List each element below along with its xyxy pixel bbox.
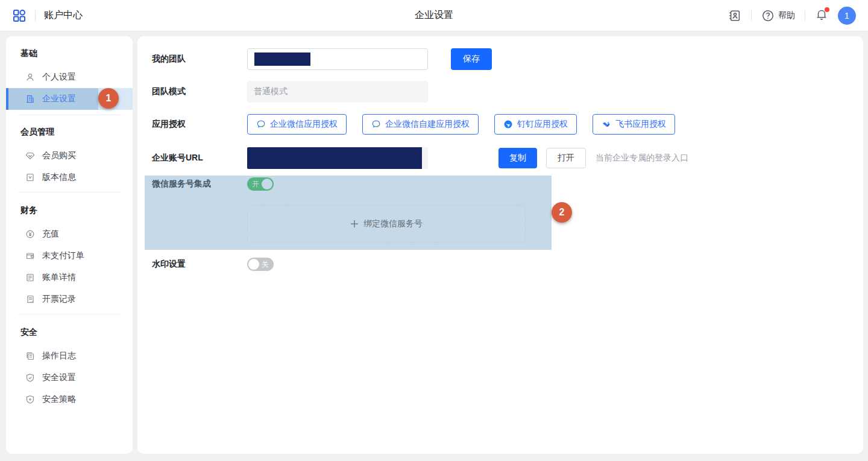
topbar: 账户中心 企业设置 帮助: [0, 0, 868, 31]
building-icon: [25, 94, 35, 104]
wechat-service-integration-row: 微信服务号集成 开: [152, 176, 274, 192]
sidebar-section-membership: 会员管理: [20, 127, 54, 138]
wecom-auth-button[interactable]: 企业微信应用授权: [247, 114, 347, 135]
sidebar-item-label: 会员购买: [42, 150, 76, 161]
wecom-auth-label: 企业微信应用授权: [270, 119, 338, 130]
sidebar-item-label: 企业设置: [42, 94, 76, 104]
watermark-toggle[interactable]: 关: [247, 258, 274, 271]
sidebar-section-basic: 基础: [20, 48, 37, 59]
sidebar-item-label: 个人设置: [42, 72, 76, 83]
feishu-icon: [602, 119, 611, 129]
shield-check-icon: [25, 373, 35, 383]
wecom-icon: [256, 119, 266, 129]
sidebar-section-finance: 财务: [20, 205, 37, 216]
wechat-service-label: 微信服务号集成: [152, 179, 247, 189]
sidebar-item-label: 安全设置: [42, 372, 76, 383]
sidebar-item-label: 账单详情: [42, 272, 76, 283]
team-name-row: 我的团队 保存: [152, 48, 849, 70]
dingtalk-auth-label: 钉钉应用授权: [517, 119, 568, 130]
team-mode-label: 团队模式: [152, 86, 247, 97]
topbar-divider: [805, 10, 805, 21]
sidebar-section-security: 安全: [20, 327, 37, 338]
sidebar-divider: [18, 314, 121, 314]
version-doc-icon: [25, 173, 35, 182]
enterprise-url-label: 企业账号URL: [152, 153, 247, 164]
team-name-label: 我的团队: [152, 54, 247, 65]
open-url-button[interactable]: 打开: [546, 148, 586, 168]
enterprise-url-field: [247, 147, 428, 169]
annotation-badge-2: 2: [552, 202, 572, 223]
app-name: 账户中心: [44, 9, 83, 22]
bind-wechat-service-label: 绑定微信服务号: [363, 218, 423, 229]
sidebar-divider: [18, 115, 121, 115]
enterprise-url-row: 企业账号URL 复制 打开 当前企业专属的登录入口: [152, 147, 688, 169]
dingtalk-icon: [503, 119, 513, 129]
watermark-label: 水印设置: [152, 259, 247, 270]
sidebar-item-recharge[interactable]: 充值: [6, 223, 133, 245]
bill-list-icon: [25, 273, 35, 282]
sidebar-item-label: 版本信息: [42, 172, 76, 183]
app-auth-label: 应用授权: [152, 119, 247, 130]
log-copy-icon: [25, 351, 35, 361]
gem-icon: [25, 151, 35, 161]
sidebar-item-membership-purchase[interactable]: 会员购买: [6, 145, 133, 167]
sidebar-item-bill-details[interactable]: 账单详情: [6, 267, 133, 288]
toggle-knob: [262, 179, 272, 189]
feishu-auth-button[interactable]: 飞书应用授权: [593, 114, 675, 135]
copy-url-button[interactable]: 复制: [498, 148, 537, 168]
team-mode-row: 团队模式 普通模式: [152, 81, 428, 103]
sidebar-divider: [18, 192, 121, 192]
yuan-circle-icon: [25, 229, 35, 239]
shield-plus-icon: [25, 395, 35, 404]
team-mode-field: 普通模式: [247, 81, 428, 103]
avatar[interactable]: 1: [838, 7, 856, 25]
bind-wechat-service-button[interactable]: 绑定微信服务号: [247, 205, 526, 243]
sidebar-item-security-policy[interactable]: 安全策略: [6, 389, 133, 410]
sidebar-item-version-info[interactable]: 版本信息: [6, 167, 133, 188]
sidebar: 基础 个人设置 企业设置 会员管理 会员购买: [6, 36, 133, 454]
toggle-on-label: 开: [252, 180, 259, 188]
dingtalk-auth-button[interactable]: 钉钉应用授权: [494, 114, 577, 135]
watermark-row: 水印设置 关: [152, 256, 274, 272]
notification-dot: [825, 7, 829, 12]
sidebar-item-label: 操作日志: [42, 351, 76, 361]
sidebar-item-label: 充值: [42, 229, 59, 240]
notifications-button[interactable]: [815, 8, 828, 24]
wecom-icon: [371, 119, 381, 129]
help-label: 帮助: [778, 10, 795, 21]
team-name-input[interactable]: [247, 48, 428, 70]
sidebar-item-label: 安全策略: [42, 394, 76, 405]
invoice-icon: [25, 294, 35, 304]
app-auth-row: 应用授权 企业微信应用授权 企业微信自建应用授权: [152, 113, 675, 135]
plus-icon: [350, 220, 359, 228]
team-mode-value: 普通模式: [254, 86, 288, 97]
contacts-book-icon[interactable]: [728, 9, 741, 22]
feishu-auth-label: 飞书应用授权: [615, 119, 666, 130]
toggle-off-label: 关: [262, 260, 269, 269]
sidebar-item-unpaid-orders[interactable]: 未支付订单: [6, 245, 133, 267]
sidebar-item-operation-logs[interactable]: 操作日志: [6, 345, 133, 367]
sidebar-item-security-settings[interactable]: 安全设置: [6, 367, 133, 389]
sidebar-item-invoice-records[interactable]: 开票记录: [6, 288, 133, 310]
redacted-enterprise-url: [247, 147, 422, 169]
help-button[interactable]: 帮助: [761, 9, 795, 22]
redacted-team-name: [254, 52, 310, 66]
sidebar-item-label: 未支付订单: [42, 250, 84, 261]
toggle-knob: [248, 259, 259, 270]
wallet-icon: [25, 251, 35, 261]
sidebar-item-enterprise-settings[interactable]: 企业设置: [6, 88, 133, 110]
topbar-divider: [35, 10, 36, 21]
wecom-selfbuilt-auth-button[interactable]: 企业微信自建应用授权: [362, 114, 479, 135]
apps-grid-icon[interactable]: [12, 8, 27, 23]
sidebar-item-label: 开票记录: [42, 294, 76, 305]
save-button[interactable]: 保存: [451, 48, 492, 70]
enterprise-settings-panel: 我的团队 保存 团队模式 普通模式 应用授权 企业微信应用授权: [137, 36, 863, 454]
wechat-service-toggle[interactable]: 开: [247, 177, 274, 191]
topbar-divider: [751, 10, 752, 21]
sidebar-item-personal-settings[interactable]: 个人设置: [6, 66, 133, 88]
help-circle-icon: [761, 9, 775, 22]
user-icon: [25, 72, 35, 82]
wecom-selfbuilt-auth-label: 企业微信自建应用授权: [385, 119, 470, 130]
url-hint-text: 当前企业专属的登录入口: [596, 153, 688, 164]
